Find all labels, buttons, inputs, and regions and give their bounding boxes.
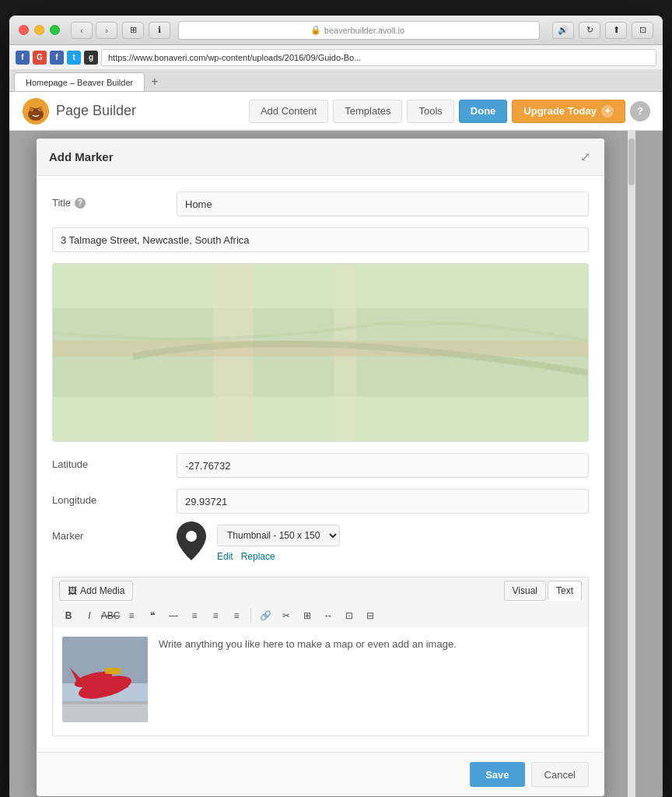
editor-toolbar-right: Visual Text [504, 581, 582, 601]
beaver-logo-icon [22, 97, 50, 125]
strikethrough-button[interactable]: ABC [101, 607, 120, 624]
link-button[interactable]: 🔗 [256, 607, 275, 624]
italic-button[interactable]: I [80, 607, 99, 624]
hr-button[interactable]: ↔ [319, 607, 338, 624]
url-text: beaverbuilder.avoll.io [324, 26, 404, 35]
new-tab-button[interactable]: ⊡ [632, 22, 653, 39]
svg-point-13 [186, 531, 197, 542]
editor-content[interactable]: Write anything you like here to make a m… [52, 627, 589, 736]
add-media-icon: 🖼 [68, 585, 77, 596]
map-area[interactable] [52, 263, 589, 442]
page-builder-content: Add Marker ⤢ Title ? [9, 131, 663, 797]
align-center-button[interactable]: ≡ [206, 607, 225, 624]
browser-nav-buttons: ‹ › [71, 22, 117, 39]
edit-marker-link[interactable]: Edit [217, 551, 233, 562]
latitude-input[interactable] [177, 453, 589, 478]
visual-tab[interactable]: Visual [504, 581, 546, 601]
title-input[interactable] [177, 191, 589, 216]
add-content-button[interactable]: Add Content [249, 100, 328, 123]
fb2-icon: f [50, 51, 64, 65]
svg-rect-6 [30, 107, 33, 111]
title-label: Title ? [52, 191, 177, 209]
align-left-button[interactable]: ≡ [185, 607, 204, 624]
upgrade-label: Upgrade Today [523, 105, 597, 117]
title-row: Title ? [52, 191, 589, 216]
editor-toolbar-left: 🖼 Add Media [59, 581, 133, 601]
wysiwyg-toolbar: B I ABC ≡ ❝ — ≡ ≡ ≡ 🔗 ✂ ⊞ ↔ ⊡ ⊟ [52, 604, 589, 627]
minimize-window-button[interactable] [34, 25, 44, 35]
align-right-button[interactable]: ≡ [227, 607, 246, 624]
github-icon: g [84, 51, 98, 65]
text-tab[interactable]: Text [548, 581, 582, 601]
fullscreen-button[interactable]: ⊡ [340, 607, 359, 624]
page-url: https://www.bonaveri.com/wp-content/uplo… [108, 53, 361, 62]
templates-button[interactable]: Templates [333, 100, 402, 123]
tab-title: Homepage – Beaver Builder [26, 78, 133, 87]
share-button[interactable]: ⬆ [605, 22, 627, 39]
help-button[interactable]: ? [630, 101, 650, 121]
upgrade-button[interactable]: Upgrade Today ✦ [512, 100, 625, 123]
editor-image [62, 637, 148, 722]
editor-text-content[interactable]: Write anything you like here to make a m… [159, 637, 579, 726]
expand-modal-button[interactable]: ⤢ [579, 148, 592, 166]
modal-title: Add Marker [49, 150, 114, 163]
add-marker-modal: Add Marker ⤢ Title ? [37, 139, 604, 796]
replace-marker-link[interactable]: Replace [241, 551, 275, 562]
unlink-button[interactable]: ✂ [277, 607, 296, 624]
info-button[interactable]: ℹ [149, 22, 170, 39]
facebook-icon: f [16, 51, 30, 65]
modal-footer: Save Cancel [37, 752, 604, 796]
table-button[interactable]: ⊞ [298, 607, 317, 624]
back-button[interactable]: ‹ [71, 22, 93, 39]
forward-button[interactable]: › [96, 22, 117, 39]
active-tab[interactable]: Homepage – Beaver Builder [14, 72, 145, 91]
save-button[interactable]: Save [470, 762, 524, 787]
editor-toolbar: 🖼 Add Media Visual Text [52, 577, 589, 604]
bold-button[interactable]: B [59, 607, 78, 624]
mac-titlebar: ‹ › ⊞ ℹ 🔒 beaverbuilder.avoll.io 🔊 ↻ ⬆ ⊡ [9, 16, 663, 45]
scrollbar-track [628, 131, 635, 797]
svg-rect-21 [62, 701, 148, 704]
header-actions: Add Content Templates Tools Done Upgrade… [249, 100, 650, 123]
page-builder-title: Page Builder [56, 103, 136, 119]
marker-row: Marker Thumbnail - 150 x 150 [52, 525, 589, 566]
marker-controls: Thumbnail - 150 x 150 Edit Replace [217, 525, 340, 562]
title-help-icon[interactable]: ? [75, 198, 86, 209]
reload-button[interactable]: ↻ [579, 22, 600, 39]
browser-tab-bar: Homepage – Beaver Builder + [9, 70, 663, 92]
svg-rect-22 [105, 668, 121, 674]
maximize-window-button[interactable] [50, 25, 60, 35]
longitude-input[interactable] [177, 489, 589, 514]
location-pin-icon [177, 521, 206, 560]
blockquote-button[interactable]: — [164, 607, 183, 624]
marker-links: Edit Replace [217, 551, 340, 562]
ol-button[interactable]: ❝ [143, 607, 162, 624]
longitude-row: Longitude [52, 489, 589, 514]
marker-label: Marker [52, 525, 177, 542]
address-bar[interactable]: 🔒 beaverbuilder.avoll.io [178, 21, 540, 40]
page-builder-logo: Page Builder [22, 97, 136, 125]
tab-view-button[interactable]: ⊞ [122, 22, 144, 39]
add-media-button[interactable]: 🖼 Add Media [59, 581, 133, 601]
twitter-icon: t [67, 51, 81, 65]
page-builder-header: Page Builder Add Content Templates Tools… [9, 92, 663, 131]
latitude-row: Latitude [52, 453, 589, 478]
done-button[interactable]: Done [459, 100, 508, 123]
browser-url-bar[interactable]: https://www.bonaveri.com/wp-content/uplo… [101, 49, 656, 66]
tools-button[interactable]: Tools [407, 100, 453, 123]
ul-button[interactable]: ≡ [122, 607, 141, 624]
new-tab-plus-button[interactable]: + [145, 72, 164, 91]
google-icon: G [33, 51, 47, 65]
cancel-button[interactable]: Cancel [531, 762, 589, 787]
svg-rect-20 [62, 703, 148, 722]
audio-button[interactable]: 🔊 [552, 22, 574, 39]
marker-content: Thumbnail - 150 x 150 Edit Replace [177, 525, 589, 566]
close-window-button[interactable] [19, 25, 29, 35]
address-input[interactable] [52, 227, 589, 252]
marker-size-select[interactable]: Thumbnail - 150 x 150 [217, 525, 340, 546]
scrollbar-thumb[interactable] [628, 139, 635, 185]
marker-pin-icon [177, 521, 206, 566]
more-button[interactable]: ⊟ [361, 607, 380, 624]
svg-rect-7 [39, 107, 42, 111]
browser-toolbar: f G f t g https://www.bonaveri.com/wp-co… [9, 45, 663, 70]
